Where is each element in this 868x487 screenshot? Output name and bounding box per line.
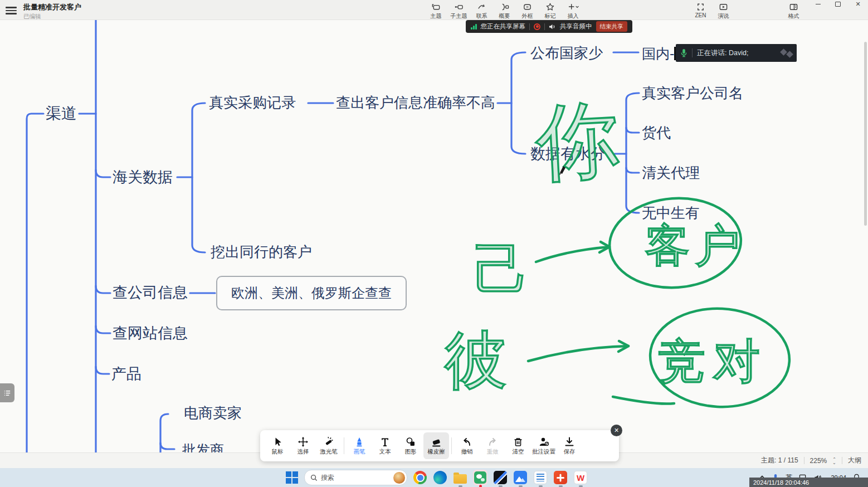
mouse-tool-button[interactable]: 鼠标 [265, 432, 290, 459]
redo-icon [487, 436, 498, 447]
document-title: 批量精准开发客户 [23, 2, 81, 12]
maximize-button[interactable] [828, 0, 848, 8]
zen-button[interactable]: ZEN [689, 1, 712, 20]
handwriting-competitor: 竞对 [659, 330, 768, 393]
document-title-block: 批量精准开发客户 已编辑 [23, 2, 81, 21]
text-icon [379, 436, 391, 447]
annotation-settings-button[interactable]: 批注设置 [531, 432, 557, 459]
boundary-button[interactable]: 外框 [516, 1, 539, 20]
taskbar-app-wechat[interactable] [473, 470, 487, 485]
select-tool-button[interactable]: 选择 [290, 432, 316, 459]
outline-view-button[interactable]: 大纲 [848, 456, 861, 465]
red-tool-icon [554, 471, 567, 484]
insert-icon [567, 2, 579, 12]
recording-timestamp: 2024/11/18 20:04:46 [749, 478, 868, 487]
topic-button[interactable]: 主题 [425, 1, 447, 20]
toolbar-main-group: 主题 子主题 联系 概要 外框 标记 [425, 1, 584, 20]
laser-tool-button[interactable]: 激光笔 [316, 432, 342, 459]
laser-icon [323, 436, 334, 447]
notes-icon [534, 471, 547, 484]
audio-icon [549, 23, 556, 30]
search-highlight-image[interactable] [393, 472, 405, 484]
shape-tool-button[interactable]: 图形 [398, 432, 423, 459]
redo-button[interactable]: 重做 [480, 432, 505, 459]
format-icon [789, 2, 798, 12]
outline-panel-button[interactable] [0, 383, 14, 402]
audio-sharing-text: 共享音频中 [560, 22, 592, 31]
taskbar-app-chrome[interactable] [413, 470, 427, 485]
handwriting-other: 彼 [445, 319, 507, 403]
trash-icon [513, 436, 524, 447]
meeting-icon [514, 471, 527, 484]
format-button[interactable]: 格式 [782, 1, 805, 20]
summary-icon [500, 2, 509, 12]
save-button[interactable]: 保存 [557, 432, 582, 459]
taskbar-app-red-tool[interactable] [553, 470, 568, 485]
record-icon[interactable] [534, 23, 540, 30]
marker-button[interactable]: 标记 [539, 1, 562, 20]
relationship-icon [477, 2, 486, 12]
taskbar-search[interactable]: 搜索 [304, 470, 407, 485]
canvas-scrollbar[interactable] [864, 42, 867, 226]
minimize-button[interactable] [808, 0, 828, 8]
topic-icon [431, 2, 441, 12]
summary-button[interactable]: 概要 [493, 1, 516, 20]
relationship-button[interactable]: 联系 [470, 1, 493, 20]
taskbar-app-file-explorer[interactable] [453, 470, 467, 485]
save-icon [564, 436, 575, 447]
signal-icon [471, 23, 477, 30]
handwriting-customer: 客户 [645, 216, 745, 276]
zoom-stepper-icon[interactable]: ⌃⌃ [832, 458, 836, 464]
screen-share-banner: 您正在共享屏幕 共享音频中 结束共享 [466, 20, 632, 33]
sharing-text: 您正在共享屏幕 [481, 22, 526, 31]
subtopic-button[interactable]: 子主题 [447, 1, 470, 20]
text-tool-button[interactable]: 文本 [372, 432, 398, 459]
insert-button[interactable]: 插入 [562, 1, 584, 20]
search-placeholder: 搜索 [321, 473, 390, 483]
search-icon [310, 474, 318, 481]
present-button[interactable]: 演说 [712, 1, 735, 20]
file-explorer-icon [453, 474, 467, 484]
eraser-icon [431, 436, 442, 447]
menu-icon[interactable] [6, 5, 17, 14]
pen-cursor-icon [558, 164, 568, 175]
pen-tool-button[interactable]: 画笔 [347, 432, 372, 459]
taskbar-center: 搜索 W [285, 470, 588, 485]
annotation-toolbar: 鼠标 选择 激光笔 画笔 文本 图形 橡皮擦 撤销 [260, 430, 619, 461]
close-icon: ✕ [855, 1, 860, 8]
clear-button[interactable]: 清空 [505, 432, 531, 459]
start-button[interactable] [285, 471, 299, 484]
eraser-tool-button[interactable]: 橡皮擦 [423, 432, 449, 459]
handwriting-you: 你 [533, 84, 622, 201]
speaking-text: 正在讲话: David; [697, 48, 748, 58]
taskbar-app-meeting[interactable] [513, 470, 528, 485]
pen-icon [354, 436, 365, 447]
mouse-icon [272, 436, 283, 447]
stop-sharing-button[interactable]: 结束共享 [596, 21, 627, 32]
marker-icon [545, 2, 555, 12]
meeting-logo-icon [781, 50, 792, 57]
taskbar-app-notes[interactable] [533, 470, 548, 485]
window-controls: ✕ [808, 0, 868, 8]
annotation-settings-icon [538, 436, 549, 447]
minimize-icon [816, 4, 821, 4]
shape-icon [405, 436, 416, 447]
boundary-icon [523, 2, 532, 12]
undo-button[interactable]: 撤销 [454, 432, 480, 459]
close-button[interactable]: ✕ [848, 0, 868, 8]
taskbar-app-edge[interactable] [433, 470, 447, 485]
taskbar-app-wps[interactable]: W [573, 470, 588, 485]
toolbar-format-group: 格式 [782, 1, 805, 20]
taskbar-app-video-editor[interactable] [493, 470, 508, 485]
document-status: 已编辑 [23, 13, 81, 21]
undo-icon [461, 436, 472, 447]
subtopic-icon [454, 2, 464, 12]
handwriting-self: 己 [474, 233, 529, 308]
maximize-icon [835, 2, 841, 7]
zoom-level[interactable]: 225% [810, 457, 827, 465]
topic-counter: 主题: 1 / 115 [761, 456, 798, 465]
toolbar-right-group: ZEN 演说 [689, 1, 735, 20]
close-icon: ✕ [614, 427, 619, 434]
close-annotation-toolbar-button[interactable]: ✕ [611, 425, 622, 436]
zen-icon [696, 2, 705, 12]
